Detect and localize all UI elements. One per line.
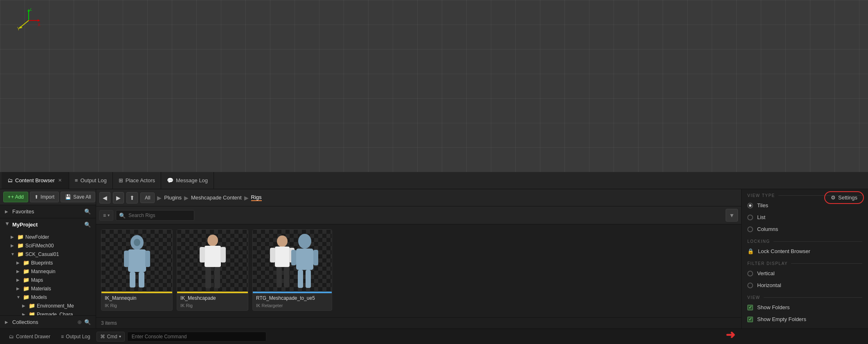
tab-output-log[interactable]: ≡ Output Log <box>69 172 113 189</box>
svg-rect-33 <box>298 270 303 288</box>
file-color-bar <box>101 292 172 293</box>
breadcrumb-plugins[interactable]: Plugins <box>164 195 182 201</box>
radio-button[interactable] <box>747 271 753 276</box>
svg-rect-13 <box>130 272 135 287</box>
console-input[interactable] <box>127 332 266 342</box>
tab-message-log[interactable]: 💬 Message Log <box>161 172 214 189</box>
content-toolbar: ◀ ▶ ⬆ All ▶ Plugins ▶ Meshcapade Content… <box>96 189 741 206</box>
cmd-dropdown[interactable]: ⌘ Cmd ▾ <box>97 332 124 342</box>
svg-rect-19 <box>220 247 226 263</box>
panel-item-label: Lock Content Browser <box>758 248 862 254</box>
panel-item-label: Show Folders <box>757 304 862 310</box>
folder-icon: 📁 <box>29 303 35 309</box>
save-all-button[interactable]: 💾 Save All <box>61 192 95 202</box>
tree-item[interactable]: ▶ 📁 SciFiMech00 <box>0 241 96 250</box>
favorites-header[interactable]: ▶ Favorites 🔍 <box>0 205 96 218</box>
tab-label: Message Log <box>176 177 208 183</box>
svg-text:Z: Z <box>29 8 32 11</box>
folder-icon: 📁 <box>17 234 24 240</box>
panel-item[interactable]: Horizontal <box>742 279 868 291</box>
viewport: Z X Y <box>0 0 868 172</box>
up-button[interactable]: ⬆ <box>126 192 138 204</box>
item-count: 3 items <box>96 317 741 328</box>
search-dropdown-button[interactable]: ▾ <box>726 209 738 222</box>
tree-item[interactable]: ▼ 📁 Models <box>0 293 96 301</box>
svg-text:Y: Y <box>17 27 20 31</box>
file-item[interactable]: RTG_Meshcapade_to_ue5 IK Retargeter <box>252 229 332 311</box>
lock-icon: 🔒 <box>747 248 754 254</box>
myproject-header[interactable]: ▶ MyProject 🔍 <box>0 218 96 231</box>
breadcrumb-meshcapade[interactable]: Meshcapade Content <box>191 195 242 201</box>
svg-text:X: X <box>38 23 40 27</box>
expand-arrow: ▶ <box>16 269 21 274</box>
folder-icon: 📁 <box>29 311 35 315</box>
tab-bar: 🗂 Content Browser ✕ ≡ Output Log ⊞ Place… <box>0 172 868 189</box>
panel-section-title: VIEW <box>742 291 868 301</box>
tree-item[interactable]: ▶ 📁 Environment_Me <box>0 301 96 310</box>
svg-marker-4 <box>38 19 40 22</box>
viewport-grid <box>0 0 868 172</box>
collections-header[interactable]: ▶ Collections ⊕ 🔍 <box>0 315 96 328</box>
chat-icon: 💬 <box>167 177 173 183</box>
panel-item-label: Horizontal <box>757 282 862 288</box>
radio-button[interactable] <box>747 226 753 232</box>
svg-rect-10 <box>128 249 146 272</box>
search-collection-icon[interactable]: 🔍 <box>84 319 91 325</box>
search-project-icon[interactable]: 🔍 <box>84 222 91 228</box>
panel-item[interactable]: Columns <box>742 223 868 235</box>
tree-item[interactable]: ▶ 📁 Materials <box>0 284 96 293</box>
tree-item[interactable]: ▶ 📁 NewFolder <box>0 233 96 241</box>
add-collection-icon[interactable]: ⊕ <box>77 319 82 325</box>
save-icon: 💾 <box>65 194 71 200</box>
tab-place-actors[interactable]: ⊞ Place Actors <box>113 172 161 189</box>
all-label: All <box>145 195 150 201</box>
tab-close-button[interactable]: ✕ <box>57 178 63 183</box>
tree-item-label: SciFiMech00 <box>25 243 54 249</box>
all-button[interactable]: All <box>140 192 155 203</box>
tree-item-label: Materials <box>31 286 51 292</box>
checkbox[interactable]: ✓ <box>747 305 753 310</box>
panel-item[interactable]: ✓ Show Favorites <box>742 325 868 328</box>
svg-rect-34 <box>306 270 311 288</box>
radio-button[interactable] <box>747 215 753 220</box>
folder-icon: 📁 <box>17 251 24 257</box>
output-log-button[interactable]: ≡ Output Log <box>57 332 94 341</box>
right-panel: VIEW TYPE Tiles List Columns LOCKING 🔒 L… <box>741 189 868 328</box>
expand-arrow: ▶ <box>16 278 21 282</box>
panel-item[interactable]: ✓ Show Empty Folders <box>742 313 868 325</box>
radio-button[interactable] <box>747 283 753 288</box>
panel-item[interactable]: Vertical <box>742 267 868 279</box>
add-label: + Add <box>11 194 24 200</box>
tree-item[interactable]: ▼ 📁 SCK_Casual01 <box>0 250 96 258</box>
tree-item[interactable]: ▶ 📁 Premade_Chara <box>0 310 96 315</box>
add-button[interactable]: + + Add <box>3 192 28 202</box>
back-button[interactable]: ◀ <box>99 192 110 204</box>
tab-content-browser[interactable]: 🗂 Content Browser ✕ <box>2 172 69 189</box>
breadcrumb-rigs[interactable]: Rigs <box>251 194 262 201</box>
search-input[interactable] <box>116 210 194 221</box>
svg-rect-30 <box>296 249 313 270</box>
panel-item[interactable]: 🔒 Lock Content Browser <box>742 245 868 257</box>
list-icon: ≡ <box>75 177 78 183</box>
file-name: RTG_Meshcapade_to_ue5 <box>253 293 332 302</box>
content-drawer-button[interactable]: 🗂 Content Drawer <box>5 332 54 341</box>
import-icon: ⬆ <box>34 194 38 200</box>
forward-button[interactable]: ▶ <box>113 192 124 204</box>
file-item[interactable]: IK_Mannequin IK Rig <box>101 229 173 311</box>
radio-button[interactable] <box>747 203 753 208</box>
file-name: IK_Meshcapade <box>177 293 248 302</box>
svg-rect-17 <box>205 246 221 267</box>
panel-item[interactable]: List <box>742 211 868 223</box>
checkbox[interactable]: ✓ <box>747 317 753 322</box>
tree-item-label: SCK_Casual01 <box>25 251 59 257</box>
import-button[interactable]: ⬆ Import <box>30 192 59 202</box>
svg-rect-28 <box>284 267 289 287</box>
tree-item[interactable]: ▶ 📁 Blueprints <box>0 258 96 267</box>
tree-item[interactable]: ▶ 📁 Mannequin <box>0 267 96 276</box>
panel-item[interactable]: ✓ Show Folders <box>742 301 868 313</box>
file-item[interactable]: IK_Meshcapade IK Rig <box>177 229 248 311</box>
figure <box>117 232 157 291</box>
search-favorites-icon[interactable]: 🔍 <box>84 208 91 215</box>
tree-item[interactable]: ▶ 📁 Maps <box>0 276 96 284</box>
filter-button[interactable]: ≡ ▾ <box>99 210 113 221</box>
